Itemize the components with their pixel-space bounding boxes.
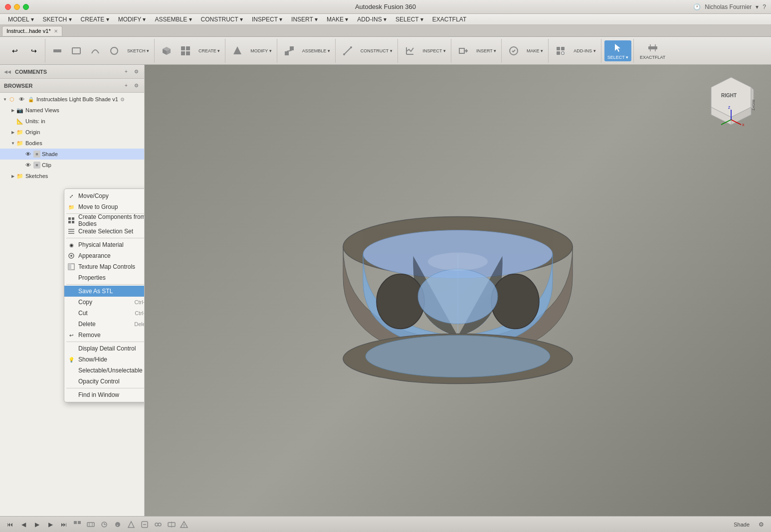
- comments-expand-icon[interactable]: +: [122, 68, 130, 76]
- redo-button[interactable]: ↪: [25, 43, 43, 58]
- sketches-expand[interactable]: ▶: [10, 173, 16, 179]
- close-button[interactable]: [5, 4, 11, 10]
- undo-button[interactable]: ↩: [6, 43, 24, 58]
- ctx-move-to-group[interactable]: 📁 Move to Group: [64, 201, 145, 212]
- ctx-save-stl[interactable]: Save As STL: [64, 286, 145, 297]
- nav-prev[interactable]: ◀: [17, 520, 29, 530]
- nav-last[interactable]: ⏭: [58, 520, 70, 530]
- menu-assemble[interactable]: ASSEMBLE ▾: [151, 15, 195, 24]
- menu-create[interactable]: CREATE ▾: [77, 15, 113, 24]
- inspect-button[interactable]: [401, 43, 419, 58]
- modify-button[interactable]: [228, 43, 246, 58]
- timeline-icon-3[interactable]: [98, 520, 110, 530]
- ctx-create-components[interactable]: Create Components from Bodies: [64, 215, 145, 226]
- timeline-icon-6[interactable]: [139, 520, 151, 530]
- navcube[interactable]: RIGHT X Z RIGHT: [706, 75, 756, 130]
- tree-shade[interactable]: 👁 ■ Shade: [0, 149, 144, 160]
- clip-visibility-icon[interactable]: 👁: [24, 161, 32, 169]
- make-button[interactable]: [505, 43, 523, 58]
- box-button[interactable]: [158, 43, 176, 58]
- sketch-circle-button[interactable]: [105, 43, 123, 58]
- inspect-label[interactable]: INSPECT ▾: [420, 47, 449, 55]
- assemble-label[interactable]: ASSEMBLE ▾: [299, 47, 333, 55]
- grid-button[interactable]: [177, 43, 194, 58]
- timeline-icon-4[interactable]: +: [112, 520, 124, 530]
- menu-make[interactable]: MAKE ▾: [323, 15, 352, 24]
- sketch-label[interactable]: SKETCH ▾: [124, 47, 152, 55]
- settings-icon[interactable]: ⚙: [755, 520, 767, 530]
- menu-addins[interactable]: ADD-INS ▾: [353, 15, 390, 24]
- ctx-cut[interactable]: Cut Ctrl+X: [64, 308, 145, 319]
- named-views-expand[interactable]: ▶: [10, 107, 16, 113]
- create-label[interactable]: CREATE ▾: [195, 47, 223, 55]
- sketch-line-button[interactable]: [48, 43, 66, 58]
- addins-label[interactable]: ADD-INS ▾: [571, 47, 599, 55]
- insert-label[interactable]: INSERT ▾: [473, 47, 499, 55]
- menu-construct[interactable]: CONSTRUCT ▾: [197, 15, 247, 24]
- minimize-button[interactable]: [14, 4, 20, 10]
- ctx-opacity[interactable]: Opacity Control: [64, 376, 145, 387]
- addins-button[interactable]: [552, 43, 570, 58]
- nav-first[interactable]: ⏮: [4, 520, 16, 530]
- root-expand-icon[interactable]: ▼: [2, 96, 8, 102]
- ctx-delete[interactable]: Delete Delete: [64, 319, 145, 330]
- maximize-button[interactable]: [23, 4, 29, 10]
- tree-sketches[interactable]: ▶ 📁 Sketches: [0, 171, 144, 181]
- root-settings-icon[interactable]: ⚙: [120, 97, 125, 102]
- tree-named-views[interactable]: ▶ 📷 Named Views: [0, 105, 144, 116]
- nav-play[interactable]: ▶: [31, 520, 43, 530]
- visibility-icon[interactable]: 👁: [17, 95, 25, 103]
- user-name[interactable]: Nicholas Fournier: [705, 3, 752, 10]
- tree-clip[interactable]: 👁 ■ Clip: [0, 160, 144, 171]
- ctx-find-window[interactable]: Find in Window: [64, 389, 145, 400]
- ctx-remove[interactable]: ↩ Remove: [64, 330, 145, 341]
- bodies-expand[interactable]: ▼: [10, 140, 16, 146]
- browser-expand-icon[interactable]: +: [122, 82, 130, 90]
- browser-options-icon[interactable]: ⚙: [132, 82, 140, 90]
- construct-button[interactable]: [339, 43, 357, 58]
- tree-bodies[interactable]: ▼ 📁 Bodies: [0, 138, 144, 149]
- ctx-show-hide[interactable]: 💡 Show/Hide v: [64, 354, 145, 365]
- sketch-rect-button[interactable]: [67, 43, 85, 58]
- tab-close-icon[interactable]: ✕: [54, 28, 58, 34]
- ctx-display-detail[interactable]: Display Detail Control: [64, 343, 145, 354]
- timeline-icon-7[interactable]: [152, 520, 164, 530]
- tree-units[interactable]: 📐 Units: in: [0, 116, 144, 127]
- select-button[interactable]: SELECT ▾: [604, 40, 631, 61]
- tree-root[interactable]: ▼ ⬡ 👁 🔒 Instructables Light Bulb Shade v…: [0, 94, 144, 105]
- make-label[interactable]: MAKE ▾: [524, 47, 546, 55]
- ctx-move-copy[interactable]: ⤢ Move/Copy m: [64, 190, 145, 201]
- ctx-texture-map[interactable]: Texture Map Controls: [64, 261, 145, 272]
- menu-model[interactable]: MODEL ▾: [4, 15, 38, 24]
- timeline-icon-2[interactable]: [85, 520, 97, 530]
- menu-sketch[interactable]: SKETCH ▾: [39, 15, 76, 24]
- insert-button[interactable]: [454, 43, 472, 58]
- user-dropdown-icon[interactable]: ▾: [756, 3, 759, 10]
- timeline-icon-9[interactable]: [179, 520, 189, 530]
- timeline-icon-8[interactable]: [166, 520, 178, 530]
- ctx-properties[interactable]: Properties: [64, 272, 145, 283]
- menu-select[interactable]: SELECT ▾: [391, 15, 427, 24]
- modify-label[interactable]: MODIFY ▾: [247, 47, 274, 55]
- exactflat-button[interactable]: EXACTFLAT: [637, 40, 668, 61]
- shade-visibility-icon[interactable]: 👁: [24, 150, 32, 158]
- menu-inspect[interactable]: INSPECT ▾: [248, 15, 286, 24]
- assemble-button[interactable]: [280, 43, 298, 58]
- timeline-icon-5[interactable]: [125, 520, 137, 530]
- ctx-copy[interactable]: Copy Ctrl+C: [64, 297, 145, 308]
- comments-options-icon[interactable]: ⚙: [132, 68, 140, 76]
- construct-label[interactable]: CONSTRUCT ▾: [358, 47, 395, 55]
- menu-insert[interactable]: INSERT ▾: [287, 15, 322, 24]
- menu-exactflat[interactable]: EXACTFLAT: [428, 15, 470, 24]
- active-tab[interactable]: Instruct...hade v1* ✕: [2, 26, 62, 36]
- sketch-arc-button[interactable]: [86, 43, 104, 58]
- nav-next-frame[interactable]: ▶: [44, 520, 56, 530]
- origin-expand[interactable]: ▶: [10, 129, 16, 135]
- help-icon[interactable]: ?: [763, 3, 766, 10]
- ctx-create-selection-set[interactable]: Create Selection Set: [64, 226, 145, 237]
- tree-origin[interactable]: ▶ 📁 Origin: [0, 127, 144, 138]
- ctx-physical-material[interactable]: ◉ Physical Material: [64, 239, 145, 250]
- timeline-icon-1[interactable]: [71, 520, 83, 530]
- menu-modify[interactable]: MODIFY ▾: [114, 15, 150, 24]
- ctx-appearance[interactable]: Appearance a: [64, 250, 145, 261]
